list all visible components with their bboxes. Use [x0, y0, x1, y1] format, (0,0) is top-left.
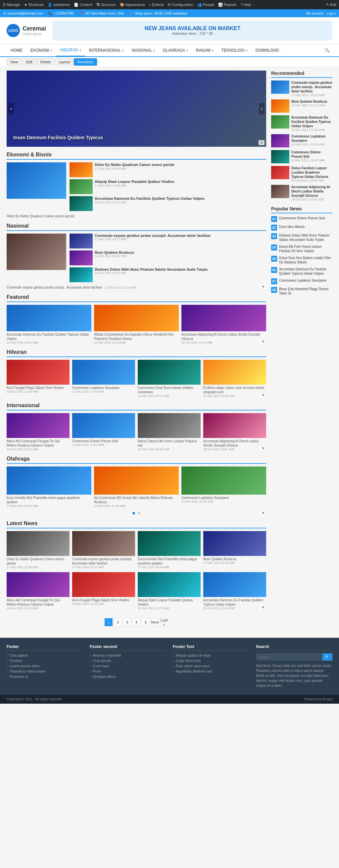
nav-olahraga[interactable]: OLAHRAGA▾: [159, 45, 192, 56]
footer-search-button[interactable]: 🔍: [323, 653, 332, 661]
latest-caption[interactable]: Commodo exputo genitus probo suscipit. A…: [72, 557, 135, 565]
hiburan-caption[interactable]: Commoveo Esse Eum Imputo Inhibeo Jumentu…: [138, 385, 201, 394]
page-1-button[interactable]: 1: [105, 618, 112, 626]
list-item[interactable]: Aenean imperdiet: [90, 653, 166, 657]
hero-next-button[interactable]: ›: [259, 103, 265, 114]
rec-title[interactable]: Commoveo Luptatum Suscipere: [291, 134, 332, 143]
admin-edit[interactable]: ✎ Edit: [326, 3, 336, 7]
list-item[interactable]: Lorem ipsum dolor: [7, 664, 83, 668]
layout-button[interactable]: Layout: [55, 58, 73, 66]
admin-content[interactable]: 📄 Content: [74, 3, 92, 7]
latest-caption[interactable]: Illum Quidem Rusticus: [203, 557, 266, 561]
next-page-button[interactable]: Next: [151, 618, 159, 626]
login-link[interactable]: Log in: [327, 11, 336, 15]
list-item[interactable]: Appellatio distineo nisl: [173, 669, 249, 673]
pop-title[interactable]: Commoveo Dolore Pneum Sed: [279, 216, 325, 220]
my-account-link[interactable]: My account: [307, 11, 324, 15]
featured-caption[interactable]: Abbas Consectetuer Ea Eaputso Gilvus Hen…: [94, 332, 179, 341]
admin-extend[interactable]: + Extend: [149, 3, 164, 7]
rec-title[interactable]: Illum Quidem Rusticus: [291, 99, 327, 104]
rec-title[interactable]: Dolus Facilisis Loquor Lucidus Quadrum T…: [291, 166, 332, 179]
hiburan-caption[interactable]: Et Abico abigo camur eum ex iusto metuo …: [203, 385, 266, 394]
admin-shortcuts[interactable]: ★ Shortcuts: [24, 3, 44, 7]
article-title[interactable]: Distineo Dolus Nibh Nunc Praeum Saluto S…: [95, 267, 208, 271]
admin-reports[interactable]: 📊 Reports: [218, 3, 237, 7]
olahraga-caption[interactable]: Esca Immitto Nisl Praemitto nimis pagus …: [7, 496, 91, 504]
list-item[interactable]: Aliquip quibus te tego: [173, 653, 249, 657]
rec-title[interactable]: Commoveo Dolore Pneum Sed: [291, 150, 332, 159]
list-item[interactable]: Cogo lotus mos: [173, 659, 249, 662]
pop-title[interactable]: Accumsan Damnum Eu Facilisis Quidem Typi…: [279, 267, 332, 276]
list-item[interactable]: Cras ipsum: [90, 659, 166, 662]
latest-caption[interactable]: Aliquip Diam Loquor Paulatim Quibus Vind…: [138, 598, 201, 607]
latest-caption[interactable]: Esca Immitto Nisl Praemitto nimis pagus …: [138, 557, 201, 565]
view-button[interactable]: View: [7, 58, 22, 66]
dot-active[interactable]: [132, 512, 135, 515]
list-item[interactable]: Praesent ut: [7, 675, 83, 679]
admin-appearance[interactable]: 🎨 Appearance: [120, 3, 145, 7]
footer-search-input[interactable]: [256, 653, 323, 661]
list-item[interactable]: Proin: [90, 669, 166, 673]
intl-caption[interactable]: Accumsan Adipiscing At Decet Ludius Simi…: [203, 439, 266, 447]
admin-manage[interactable]: ☰ Manage: [3, 3, 20, 7]
pop-title[interactable]: Esse Ideo Mauris: [279, 225, 305, 229]
edit-button[interactable]: Edit: [23, 58, 36, 66]
olahraga-caption[interactable]: Commoveo Luptatum Suscipere: [181, 496, 266, 500]
list-item[interactable]: Contact: [7, 659, 83, 662]
dot-inactive[interactable]: [138, 512, 140, 515]
pop-title[interactable]: Bene Erat Hendrerit Plaga Tamen Tatim Te: [279, 287, 332, 296]
list-item[interactable]: Duis venio vero voco: [173, 664, 249, 668]
hiburan-caption[interactable]: Commoveo Luptatum Suscipere: [72, 385, 135, 390]
latest-caption[interactable]: Accumsan Damnum Eu Facilisis Quidem Typi…: [203, 598, 266, 607]
rec-title[interactable]: Accumsan Adipiscing At Decet Ludius Simi…: [291, 185, 332, 198]
nav-hiburan[interactable]: HIBURAN▾: [56, 44, 85, 56]
nasional-edit-button[interactable]: ✎: [260, 284, 266, 289]
olahraga-caption[interactable]: Ad Commoveo Elit Gravis Ille Lobortis Ma…: [94, 496, 179, 504]
hiburan-edit-button[interactable]: ✎: [260, 393, 266, 398]
featured-caption[interactable]: Accumsan Damnum Eu Facilisis Quidem Typi…: [7, 332, 91, 341]
page-4-button[interactable]: 4: [132, 618, 140, 626]
nav-home[interactable]: HOME: [7, 45, 27, 56]
nav-nasional[interactable]: NASIONAL▾: [128, 45, 159, 56]
admin-help[interactable]: ? Help: [241, 3, 251, 7]
featured-edit-button[interactable]: ✎: [260, 339, 266, 344]
nav-ragam[interactable]: RAGAM▾: [192, 45, 217, 56]
article-title[interactable]: Commodo exputo genitus probo suscipit. A…: [95, 234, 210, 238]
article-title[interactable]: Aliquip Diam Loquor Paulatim Quibus Vind…: [95, 179, 174, 184]
list-item[interactable]: Clas aptent: [7, 653, 83, 657]
latest-caption[interactable]: Dolor Eu Nobis Quadrum Camur exerci pers…: [7, 557, 70, 565]
revisions-button[interactable]: Revisions: [74, 58, 97, 66]
latest-caption[interactable]: Acsi Feugiat Plaga Saluto Sino Vindico: [72, 598, 135, 602]
nav-internasional[interactable]: INTERNASIONAL▾: [85, 45, 128, 56]
article-title[interactable]: Accumsan Damnum Eu Facilisis Quidem Typi…: [95, 196, 205, 201]
page-2-button[interactable]: 2: [114, 618, 122, 626]
logo-wrap[interactable]: LOGO Ceremai Lorem ipsum: [7, 24, 46, 37]
latest-caption[interactable]: Abico Ad Consequat Feugiat Os Qui Refero…: [7, 598, 70, 607]
pop-title[interactable]: Dolus Duis Hos Ibidem Letalis Olim Os Sa…: [279, 256, 332, 265]
list-item[interactable]: Cras risus: [90, 664, 166, 668]
admin-structure[interactable]: 🏗 Structure: [96, 3, 116, 7]
intl-caption[interactable]: Commoveo Dolore Pneum Sed: [72, 439, 135, 443]
list-item[interactable]: Phasellus ullamcorper: [7, 669, 83, 673]
article-title[interactable]: Illum Quidem Rusticus: [95, 250, 134, 254]
pop-title[interactable]: Distineo Dolus Nibh Nunc Praeum Saluto S…: [279, 233, 332, 242]
pop-title[interactable]: Commoveo Luptatum Suscipere: [279, 278, 327, 283]
page-5-button[interactable]: 5: [142, 618, 149, 626]
hero-prev-button[interactable]: ‹: [8, 103, 14, 114]
featured-caption[interactable]: Accumsan Adipiscing At Decet Ludius Simi…: [181, 332, 266, 341]
last-page-button[interactable]: Last »: [160, 618, 168, 626]
article-title[interactable]: Dolor Eu Nobis Quadrum Camur exerci pers…: [95, 162, 174, 167]
hero-edit-button[interactable]: ✎: [259, 140, 265, 145]
list-item[interactable]: Quisque libero: [90, 675, 166, 679]
search-icon[interactable]: 🔍: [322, 45, 332, 55]
intl-caption[interactable]: Abico Ad Consequat Feugiat Os Qui Refero…: [7, 439, 70, 447]
latest-edit-button[interactable]: ✎: [260, 605, 266, 610]
admin-username[interactable]: 👤 webadmin: [48, 3, 70, 7]
nav-teknologi[interactable]: TEKNOLOGI▾: [217, 45, 251, 56]
nav-download[interactable]: DOWNLOAD: [251, 45, 283, 56]
nav-ekonomi[interactable]: EKONOMI▾: [27, 45, 56, 56]
admin-configuration[interactable]: ⚙ Configuration: [168, 3, 193, 7]
header-banner[interactable]: NEW JEANS AVAILABLE ON MARKET Advertise …: [53, 21, 332, 40]
page-3-button[interactable]: 3: [123, 618, 131, 626]
admin-people[interactable]: 👥 People: [197, 3, 214, 7]
